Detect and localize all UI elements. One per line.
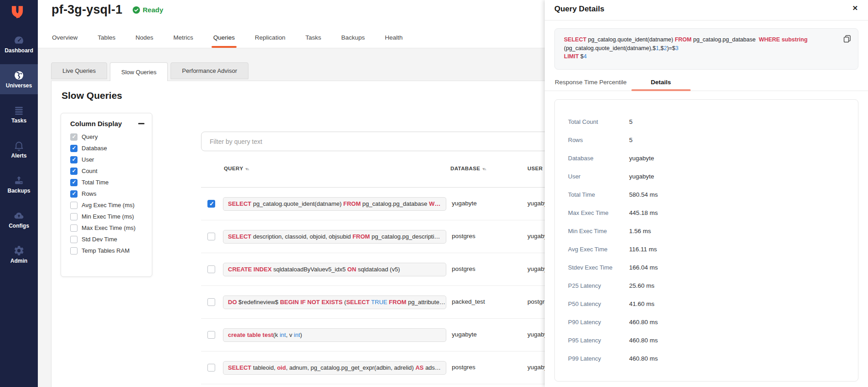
metric-row: P90 Latency460.80 ms bbox=[555, 313, 858, 331]
query-details-panel: Query Details ✕ SELECT pg_catalog.quote_… bbox=[545, 0, 868, 387]
alerts-icon bbox=[13, 140, 25, 151]
metric-value: 5 bbox=[629, 118, 633, 125]
metric-label: Min Exec Time bbox=[568, 228, 629, 234]
tab-backups[interactable]: Backups bbox=[341, 27, 365, 48]
row-checkbox[interactable] bbox=[207, 265, 215, 273]
sidebar-item-label: Configs bbox=[9, 223, 29, 229]
column-option: Total Time bbox=[61, 177, 152, 188]
row-checkbox[interactable] bbox=[207, 364, 215, 372]
sidebar-item-label: Admin bbox=[10, 258, 27, 264]
metric-value: 460.80 ms bbox=[629, 337, 658, 344]
checkbox-rows[interactable] bbox=[70, 190, 78, 198]
column-option-label: User bbox=[82, 156, 94, 163]
cell-database: postgres bbox=[452, 265, 475, 272]
column-option: Std Dev Time bbox=[61, 234, 152, 245]
column-option-label: Count bbox=[82, 168, 98, 174]
app-root: pf-3g-ysql-1 Ready OverviewTablesNodesMe… bbox=[0, 0, 868, 387]
details-tab-response-time-percentile[interactable]: Response Time Percentile bbox=[550, 74, 631, 91]
sidebar-item-tasks[interactable]: Tasks bbox=[0, 99, 38, 129]
details-tabs: Response Time PercentileDetails bbox=[545, 74, 868, 91]
metric-label: P95 Latency bbox=[568, 337, 629, 344]
tab-nodes[interactable]: Nodes bbox=[135, 27, 153, 48]
column-option: Rows bbox=[61, 188, 152, 199]
tab-metrics[interactable]: Metrics bbox=[173, 27, 193, 48]
metric-label: Total Time bbox=[568, 191, 629, 198]
column-display-card: Column Display QueryDatabaseUserCountTot… bbox=[61, 113, 152, 277]
subtab-live-queries[interactable]: Live Queries bbox=[51, 62, 107, 79]
universes-icon bbox=[13, 70, 25, 81]
column-option: Avg Exec Time (ms) bbox=[61, 199, 152, 211]
tab-tables[interactable]: Tables bbox=[98, 27, 115, 48]
checkbox-std-dev-time[interactable] bbox=[70, 236, 78, 243]
column-header-user[interactable]: USER bbox=[527, 166, 543, 171]
row-checkbox[interactable] bbox=[207, 331, 215, 339]
column-header-query[interactable]: QUERY▾▴ bbox=[224, 166, 249, 171]
column-option-label: Database bbox=[82, 145, 107, 152]
tab-queries[interactable]: Queries bbox=[213, 27, 235, 48]
metric-row: Stdev Exec Time166.04 ms bbox=[555, 258, 858, 276]
row-checkbox[interactable] bbox=[207, 200, 215, 208]
column-option-label: Std Dev Time bbox=[82, 236, 117, 243]
metric-value: 166.04 ms bbox=[629, 264, 658, 271]
query-text-pill[interactable]: SELECT tableoid, oid, adnum, pg_catalog.… bbox=[223, 361, 446, 375]
sidebar-item-admin[interactable]: Admin bbox=[0, 239, 38, 270]
metric-value: 41.60 ms bbox=[629, 300, 655, 307]
metric-label: P99 Latency bbox=[568, 355, 629, 362]
checkbox-query[interactable] bbox=[70, 133, 78, 141]
metric-row: Rows5 bbox=[555, 131, 858, 149]
sidebar-item-backups[interactable]: Backups bbox=[0, 169, 38, 199]
metric-value: 5 bbox=[629, 137, 633, 143]
metric-label: Avg Exec Time bbox=[568, 246, 629, 253]
sidebar-item-configs[interactable]: Configs bbox=[0, 204, 38, 234]
tab-replication[interactable]: Replication bbox=[255, 27, 285, 48]
metric-label: Stdev Exec Time bbox=[568, 264, 629, 271]
row-checkbox[interactable] bbox=[207, 298, 215, 306]
sql-statement: SELECT pg_catalog.quote_ident(datname) F… bbox=[564, 36, 838, 61]
subtab-performance-advisor[interactable]: Performance Advisor bbox=[170, 62, 248, 79]
details-tab-details[interactable]: Details bbox=[631, 74, 691, 91]
query-text-pill[interactable]: DO $redefineview$ BEGIN IF NOT EXISTS (S… bbox=[223, 295, 446, 309]
checkbox-total-time[interactable] bbox=[70, 179, 78, 186]
sidebar-nav: DashboardUniversesTasksAlertsBackupsConf… bbox=[0, 29, 38, 275]
sidebar-item-alerts[interactable]: Alerts bbox=[0, 134, 38, 164]
tab-health[interactable]: Health bbox=[385, 27, 403, 48]
sidebar-item-dashboard[interactable]: Dashboard bbox=[0, 29, 38, 59]
column-option: Query bbox=[61, 131, 152, 143]
metric-row: Total Time580.54 ms bbox=[555, 185, 858, 204]
sort-icons: ▾▴ bbox=[245, 167, 248, 171]
sidebar-item-universes[interactable]: Universes bbox=[0, 64, 38, 94]
subtab-slow-queries[interactable]: Slow Queries bbox=[110, 62, 168, 81]
column-header-database[interactable]: DATABASE▾▴ bbox=[450, 166, 486, 171]
details-title: Query Details bbox=[554, 5, 604, 14]
metric-row: P95 Latency460.80 ms bbox=[555, 331, 858, 349]
query-text-pill[interactable]: SELECT pg_catalog.quote_ident(datname) F… bbox=[223, 197, 446, 211]
copy-icon[interactable] bbox=[842, 34, 852, 43]
column-option: Max Exec Time (ms) bbox=[61, 222, 152, 234]
checkbox-count[interactable] bbox=[70, 168, 78, 175]
checkbox-database[interactable] bbox=[70, 145, 78, 152]
query-text-pill[interactable]: create table test(k int, v int) bbox=[223, 328, 446, 342]
query-text-pill[interactable]: CREATE INDEX sqldataloadByValuev5_idx5 O… bbox=[223, 263, 446, 276]
checkbox-avg-exec-time-ms-[interactable] bbox=[70, 202, 78, 209]
column-options: QueryDatabaseUserCountTotal TimeRowsAvg … bbox=[61, 131, 152, 256]
metric-row: Useryugabyte bbox=[555, 167, 858, 185]
yugabyte-logo-icon[interactable] bbox=[9, 4, 26, 21]
dashboard-icon bbox=[13, 35, 25, 46]
column-option-label: Avg Exec Time (ms) bbox=[82, 202, 134, 209]
checkbox-min-exec-time-ms-[interactable] bbox=[70, 213, 78, 220]
page-title: Slow Queries bbox=[62, 90, 122, 101]
row-checkbox[interactable] bbox=[207, 233, 215, 240]
query-text-pill[interactable]: SELECT description, classoid, objoid, ob… bbox=[223, 230, 446, 244]
tab-tasks[interactable]: Tasks bbox=[305, 27, 321, 48]
checkbox-user[interactable] bbox=[70, 156, 78, 163]
metric-row: Max Exec Time445.18 ms bbox=[555, 204, 858, 222]
metric-value: 580.54 ms bbox=[629, 191, 658, 198]
tab-overview[interactable]: Overview bbox=[52, 27, 78, 48]
checkbox-max-exec-time-ms-[interactable] bbox=[70, 224, 78, 232]
cell-database: packed_test bbox=[452, 298, 485, 305]
collapse-icon[interactable] bbox=[138, 123, 145, 124]
close-icon[interactable]: ✕ bbox=[852, 4, 858, 12]
metric-label: Database bbox=[568, 155, 629, 162]
sidebar-item-label: Dashboard bbox=[5, 47, 33, 54]
checkbox-temp-tables-ram[interactable] bbox=[70, 247, 78, 255]
